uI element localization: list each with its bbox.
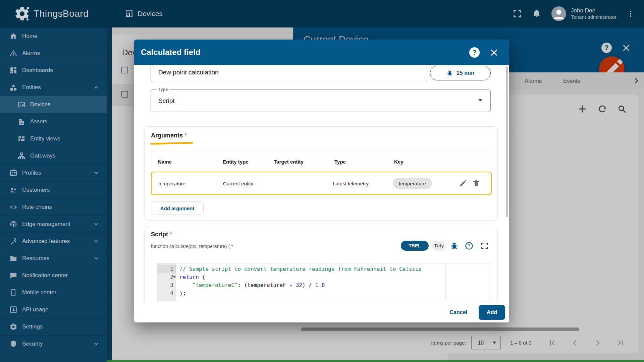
argument-row[interactable]: temperature Current entity Latest teleme… [151, 172, 492, 195]
sidebar-nav: HomeAlarmsDashboardsEntitiesDevicesAsset… [0, 27, 107, 362]
type-select-value: Script [158, 97, 175, 105]
code-line: // Sample script to convert temperature … [179, 265, 422, 273]
argument-key-chip: temperature [393, 178, 432, 189]
sidebar-item-entity-views[interactable]: Entity views [0, 130, 107, 147]
name-input[interactable]: Dew point calculation [151, 65, 427, 82]
type-select[interactable]: Type Script [151, 89, 491, 112]
edit-argument-icon[interactable] [459, 179, 467, 187]
sidebar-item-security[interactable]: Security [0, 335, 107, 352]
code-line: }; [179, 289, 186, 297]
sidebar-item-home[interactable]: Home [0, 27, 107, 45]
sidebar-item-label: Rule chains [22, 204, 52, 210]
editor-gutter: 1234 [157, 263, 176, 301]
arguments-heading: Arguments * [151, 132, 187, 139]
alarm-icon [9, 49, 17, 57]
sidebar-item-notification-center[interactable]: Notification center [0, 267, 107, 284]
code-fold-icon[interactable] [173, 276, 176, 278]
dialog-title: Calculated field [141, 48, 200, 57]
add-button[interactable]: Add [479, 305, 505, 320]
entity-views-icon [17, 135, 25, 143]
sidebar-item-dashboards[interactable]: Dashboards [0, 62, 107, 79]
sidebar-item-assets[interactable]: Assets [0, 113, 107, 130]
sidebar-item-settings[interactable]: Settings [0, 318, 107, 335]
home-icon [9, 32, 17, 40]
sidebar-item-advanced-features[interactable]: Advanced features [0, 233, 107, 250]
dialog-body: Dew point calculation 15 min Type Script… [134, 65, 509, 302]
settings-icon [9, 323, 17, 331]
sidebar-item-devices[interactable]: Devices [0, 96, 107, 113]
code-line: return { [179, 273, 205, 281]
security-icon [9, 340, 17, 348]
column-header-key: Key [394, 151, 404, 172]
api-icon [9, 306, 17, 314]
sidebar-item-profiles[interactable]: Profiles [0, 164, 107, 181]
sidebar-item-customers[interactable]: Customers [0, 181, 107, 198]
type-select-label: Type [156, 87, 170, 92]
argument-entity-type: Current entity [223, 172, 253, 194]
top-app-bar: ThingsBoard Devices John Doe Tenant admi… [0, 0, 644, 27]
sidebar-item-label: Alarms [22, 50, 40, 57]
script-function-signature: function calculate(ctx, temperature) { * [151, 244, 233, 249]
sidebar-item-entities[interactable]: Entities [0, 79, 107, 96]
user-role: Tenant administrator [571, 14, 616, 20]
thingsboard-gear-logo-icon [14, 6, 30, 22]
category-icon [9, 83, 17, 92]
devices-icon [17, 101, 25, 109]
thingsboard-logo[interactable]: ThingsBoard [14, 6, 89, 22]
sidebar-item-edge-management[interactable]: Edge management [0, 216, 107, 233]
sidebar-item-label: Notification center [22, 272, 68, 279]
sidebar-item-label: Mobile center [22, 289, 56, 296]
sidebar-item-mobile-center[interactable]: Mobile center [0, 284, 107, 301]
cancel-button[interactable]: Cancel [444, 307, 473, 318]
kebab-menu-icon[interactable] [627, 10, 635, 18]
arguments-table: NameEntity typeTarget entityTypeKey temp… [151, 151, 491, 195]
user-menu[interactable]: John Doe Tenant administrator [551, 6, 616, 21]
sidebar-item-label: Gateways [30, 153, 56, 159]
sidebar-item-rule-chains[interactable]: Rule chains [0, 198, 107, 216]
line-number: 2 [160, 273, 173, 281]
add-argument-button[interactable]: Add argument [151, 201, 204, 215]
arguments-heading-underline [150, 142, 193, 144]
mobile-icon [9, 289, 17, 297]
chevron-down-icon [93, 221, 99, 227]
edge-icon [9, 220, 17, 228]
rule-chains-icon [9, 203, 17, 211]
calculated-field-dialog: Calculated field ? Dew point calculation… [134, 40, 509, 322]
delete-argument-icon[interactable] [472, 179, 480, 187]
gateways-icon [17, 152, 25, 160]
debug-mode-button[interactable]: 15 min [430, 66, 491, 80]
profiles-icon [9, 169, 17, 177]
dashboard-icon [9, 66, 17, 74]
dialog-header: Calculated field ? [134, 40, 509, 65]
fullscreen-icon[interactable] [513, 9, 522, 18]
sidebar-item-alarms[interactable]: Alarms [0, 45, 107, 62]
code-editor[interactable]: 1234 // Sample script to convert tempera… [157, 263, 490, 301]
script-help-icon[interactable]: ? [465, 242, 473, 250]
brand-text: ThingsBoard [34, 8, 89, 19]
script-debug-bug-icon[interactable] [450, 242, 459, 250]
code-line: "temperatureC": (temperatureF - 32) / 1.… [179, 281, 325, 289]
script-fullscreen-icon[interactable] [480, 242, 489, 250]
user-name: John Doe [571, 7, 616, 14]
dialog-help-icon[interactable]: ? [469, 47, 480, 58]
sidebar-item-gateways[interactable]: Gateways [0, 147, 107, 164]
notifications-bell-icon[interactable] [532, 9, 541, 18]
dialog-close-icon[interactable] [490, 48, 498, 57]
sidebar-item-label: Entities [22, 84, 41, 91]
chevron-down-icon [93, 170, 99, 176]
sidebar-item-label: Settings [22, 323, 43, 330]
column-header-target-entity: Target entity [274, 151, 304, 172]
sidebar-item-resources[interactable]: Resources [0, 250, 107, 267]
customers-icon [9, 186, 17, 194]
page-title: Devices [138, 10, 163, 18]
sidebar-item-label: Customers [22, 187, 50, 193]
argument-name: temperature [158, 172, 185, 194]
sidebar-item-label: Advanced features [22, 238, 70, 245]
script-heading: Script * [151, 231, 172, 238]
sidebar-item-label: Dashboards [22, 67, 53, 74]
sidebar-item-api-usage[interactable]: API usage [0, 301, 107, 318]
dialog-scrollbar[interactable] [506, 66, 508, 217]
script-section: Script * function calculate(ctx, tempera… [144, 226, 498, 302]
tbel-toggle[interactable]: TBEL [401, 241, 429, 251]
tidy-button[interactable]: Tidy [432, 241, 446, 251]
